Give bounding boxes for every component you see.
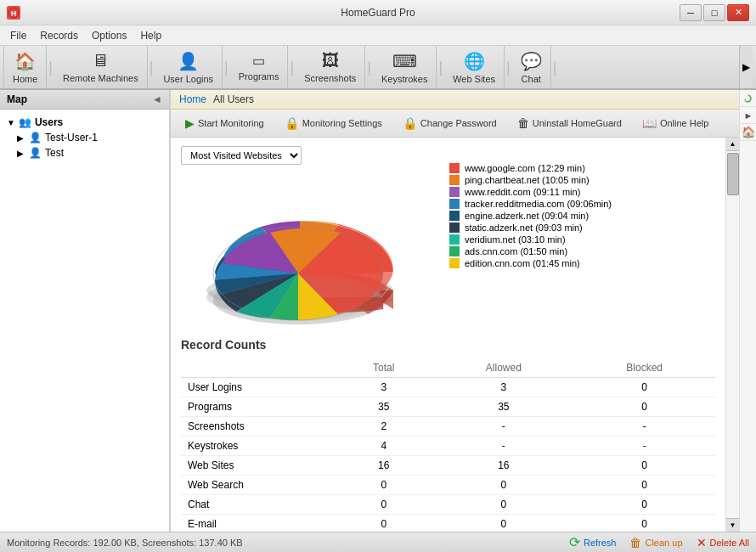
delete-all-button[interactable]: ✕ Delete All [697, 536, 749, 549]
toolbar-remote-machines[interactable]: 🖥 Remote Machines [54, 46, 148, 88]
breadcrumb-home[interactable]: Home [179, 93, 206, 105]
tree-node-test[interactable]: ▶ 👤 Test [3, 145, 166, 161]
vertical-scrollbar[interactable]: ▲ ▼ [725, 138, 739, 532]
change-password-button[interactable]: 🔒 Change Password [395, 113, 505, 133]
menu-records[interactable]: Records [33, 28, 85, 43]
row-name-1: Programs [181, 397, 334, 417]
close-button[interactable]: ✕ [727, 4, 749, 21]
cleanup-button[interactable]: 🗑 Clean up [629, 536, 682, 549]
tree-node-test-user-1[interactable]: ▶ 👤 Test-User-1 [3, 130, 166, 145]
start-monitoring-button[interactable]: ▶ Start Monitoring [178, 113, 272, 133]
toolbar-scroll[interactable]: ▶ [739, 46, 753, 88]
window-title: HomeGuard Pro [341, 7, 415, 19]
online-help-button[interactable]: 📖 Online Help [635, 113, 716, 133]
menu-help[interactable]: Help [133, 28, 168, 43]
users-icon: 👥 [19, 116, 31, 128]
main-area: Map ◄ ▼ 👥 Users ▶ 👤 Test-User-1 ▶ 👤 Test [0, 90, 756, 532]
svg-text:H: H [11, 9, 17, 18]
screenshots-icon: 🖼 [322, 51, 339, 70]
legend-label-5: static.adzerk.net (09:03 min) [465, 222, 583, 233]
row-blocked-7: 0 [573, 515, 715, 532]
toolbar-home[interactable]: 🏠 Home [3, 46, 47, 88]
websites-icon: 🌐 [464, 51, 485, 71]
toolbar-programs[interactable]: ▭ Programs [230, 46, 289, 88]
app-logo: H [7, 6, 20, 20]
change-password-label: Change Password [420, 118, 497, 128]
table-row: Screenshots 2 - - [181, 417, 715, 437]
legend-item-4: engine.adzerk.net (09:04 min) [449, 211, 715, 221]
change-password-icon: 🔒 [403, 116, 417, 130]
start-monitoring-icon: ▶ [185, 116, 195, 130]
row-blocked-6: 0 [573, 495, 715, 515]
menu-options[interactable]: Options [85, 28, 133, 43]
svg-marker-8 [744, 99, 746, 101]
right-btn-arrow[interactable]: ► [740, 107, 756, 124]
refresh-button[interactable]: ⟳ Refresh [569, 534, 617, 550]
row-total-0: 3 [334, 378, 433, 397]
legend-color-5 [449, 222, 460, 233]
scroll-down-arrow[interactable]: ▼ [726, 518, 739, 532]
menu-file[interactable]: File [3, 28, 33, 43]
map-title: Map [7, 93, 27, 105]
row-name-2: Screenshots [181, 417, 334, 437]
toolbar-keystrokes[interactable]: ⌨ Keystrokes [373, 46, 437, 88]
toolbar-websites-label: Web Sites [453, 74, 495, 84]
statusbar: Monitoring Records: 192.00 KB, Screensho… [0, 532, 756, 552]
toolbar-chat[interactable]: 💬 Chat [512, 46, 551, 88]
uninstall-button[interactable]: 🗑 Uninstall HomeGuard [510, 113, 629, 133]
row-blocked-0: 0 [573, 378, 715, 397]
row-blocked-2: - [573, 417, 715, 437]
toolbar-sep-2: | [150, 59, 154, 76]
legend-label-1: ping.chartbeat.net (10:05 min) [465, 175, 590, 185]
legend-label-3: tracker.redditmedia.com (09:06min) [465, 199, 612, 209]
legend-label-6: veridium.net (03:10 min) [465, 234, 566, 245]
refresh-label: Refresh [584, 538, 617, 548]
panel-pin-button[interactable]: ◄ [152, 93, 162, 105]
chart-left: Most Visited Websites Most Used Programs… [181, 146, 436, 324]
toolbar-websites[interactable]: 🌐 Web Sites [444, 46, 505, 88]
toolbar-home-label: Home [13, 74, 37, 84]
toolbar-sep-8: | [553, 59, 557, 76]
row-name-6: Chat [181, 495, 334, 515]
row-total-6: 0 [334, 495, 433, 515]
programs-icon: ▭ [252, 53, 265, 69]
scroll-thumb[interactable] [727, 153, 739, 195]
table-header: Total Allowed Blocked [181, 358, 715, 378]
legend-label-4: engine.adzerk.net (09:04 min) [465, 211, 589, 221]
minimize-button[interactable]: ─ [680, 4, 702, 21]
toolbar-user-logins[interactable]: 👤 User Logins [155, 46, 223, 88]
delete-all-icon: ✕ [697, 536, 707, 549]
right-btn-home[interactable]: 🏠 [740, 124, 756, 141]
monitoring-settings-icon: 🔒 [285, 116, 299, 130]
row-blocked-3: - [573, 437, 715, 456]
row-total-1: 35 [334, 397, 433, 417]
maximize-button[interactable]: □ [703, 4, 725, 21]
row-name-0: User Logins [181, 378, 334, 397]
legend-item-2: www.reddit.com (09:11 min) [449, 187, 715, 197]
monitoring-settings-button[interactable]: 🔒 Monitoring Settings [277, 113, 390, 133]
legend-color-7 [449, 246, 460, 256]
right-btn-refresh[interactable] [740, 90, 756, 107]
toolbar-keystrokes-label: Keystrokes [381, 74, 427, 84]
toolbar-sep-5: | [367, 59, 371, 76]
window-controls: ─ □ ✕ [680, 4, 749, 21]
keystrokes-icon: ⌨ [392, 51, 417, 71]
toolbar-sep-7: | [506, 59, 511, 76]
chart-controls: Most Visited Websites Most Used Programs… [181, 146, 436, 165]
titlebar-left: H [7, 6, 20, 20]
scroll-up-arrow[interactable]: ▲ [726, 138, 739, 151]
col-allowed: Allowed [433, 358, 573, 378]
legend-item-1: ping.chartbeat.net (10:05 min) [449, 175, 715, 185]
pie-chart-main [181, 189, 419, 333]
monitoring-settings-label: Monitoring Settings [302, 118, 382, 128]
row-name-7: E-mail [181, 515, 334, 532]
user-icon-1: 👤 [29, 132, 42, 144]
table-row: Chat 0 0 0 [181, 495, 715, 515]
row-total-7: 0 [334, 515, 433, 532]
toolbar-screenshots[interactable]: 🖼 Screenshots [296, 46, 365, 88]
chart-dropdown[interactable]: Most Visited Websites Most Used Programs… [181, 146, 302, 165]
uninstall-label: Uninstall HomeGuard [533, 118, 622, 128]
row-blocked-4: 0 [573, 456, 715, 476]
record-counts-table: Total Allowed Blocked User Logins 3 3 0 [181, 358, 715, 532]
tree-root-users[interactable]: ▼ 👥 Users [3, 115, 166, 130]
